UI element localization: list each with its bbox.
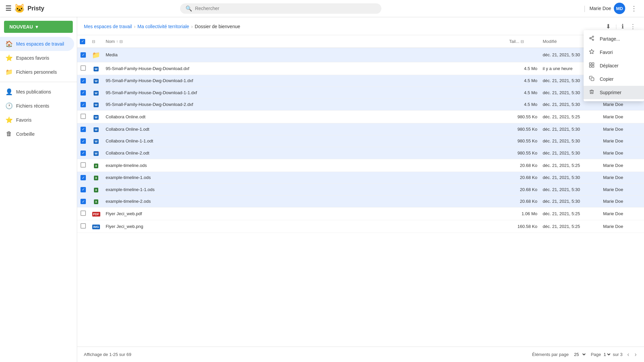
menu-icon[interactable]: ☰ bbox=[5, 4, 11, 12]
name-sort-asc-icon[interactable]: ↑ bbox=[116, 39, 118, 44]
row-checkbox-12[interactable]: ✓ bbox=[80, 187, 86, 192]
separator: | bbox=[584, 5, 585, 12]
file-name-7: Collabora Online-1.odt bbox=[103, 123, 506, 135]
row-checkbox-8[interactable]: ✓ bbox=[80, 138, 86, 144]
file-size-1 bbox=[506, 48, 540, 62]
row-checkbox-4[interactable]: ✓ bbox=[80, 90, 86, 96]
svg-point-2 bbox=[592, 39, 594, 41]
prev-page-button[interactable]: ‹ bbox=[627, 350, 630, 359]
row-checkbox-5[interactable]: ✓ bbox=[80, 102, 86, 107]
copy-icon bbox=[589, 76, 596, 82]
sidebar-item-fichiers-personnels[interactable]: 📁 Fichiers personnels bbox=[0, 65, 74, 79]
table-row[interactable]: ✓ W 95-Small-Family-House-Dwg-Download-1… bbox=[77, 75, 644, 87]
row-checkbox-1[interactable]: ✓ bbox=[80, 52, 86, 58]
more-options-button[interactable]: ⋮ bbox=[629, 3, 639, 14]
mes-publications-icon: 👤 bbox=[5, 88, 13, 96]
context-menu-partager[interactable]: Partage... bbox=[584, 32, 644, 46]
table-row[interactable]: W 95-Small-Family-House-Dwg-Download.dxf… bbox=[77, 62, 644, 75]
app-logo: ☰ 🐱 Pristy bbox=[5, 3, 79, 14]
items-per-page-select[interactable]: 25 50 100 bbox=[573, 352, 587, 357]
context-menu-deplacer[interactable]: Déplacer bbox=[584, 59, 644, 72]
row-checkbox-2[interactable] bbox=[80, 65, 86, 71]
row-checkbox-11[interactable]: ✓ bbox=[80, 175, 86, 180]
odt-icon: W bbox=[94, 127, 99, 132]
sidebar-item-mes-espaces[interactable]: 🏠 Mes espaces de travail bbox=[0, 37, 74, 51]
row-checkbox-6[interactable] bbox=[80, 114, 86, 119]
svg-rect-9 bbox=[592, 65, 594, 67]
header-size-label: Tail... bbox=[509, 39, 519, 44]
table-row[interactable]: ✓ W 95-Small-Family-House-Dwg-Download-1… bbox=[77, 87, 644, 99]
table-row[interactable]: ✓ W Collabora Online-1-1.odt 980.55 Ko d… bbox=[77, 135, 644, 147]
table-row[interactable]: X example-timeline.ods 20.68 Ko déc. 21,… bbox=[77, 159, 644, 172]
folder-icon: 📁 bbox=[92, 51, 100, 59]
row-checkbox-10[interactable] bbox=[80, 162, 86, 168]
ods-icon: X bbox=[94, 188, 98, 192]
breadcrumb-current: Dossier de bienvenue bbox=[195, 24, 240, 29]
row-checkbox-3[interactable]: ✓ bbox=[80, 78, 86, 83]
file-author-7: Marie Doe bbox=[600, 123, 644, 135]
sidebar-item-mes-publications[interactable]: 👤 Mes publications bbox=[0, 85, 74, 99]
size-sort-icon[interactable]: ⊟ bbox=[521, 39, 524, 44]
file-name-8: Collabora Online-1-1.odt bbox=[103, 135, 506, 147]
file-modified-9: déc. 21, 2021, 5:30 bbox=[540, 147, 600, 159]
sidebar-item-fichiers-recents[interactable]: 🕐 Fichiers récents bbox=[0, 99, 74, 113]
favori-label: Favori bbox=[600, 50, 613, 55]
file-size-4: 4.5 Mo bbox=[506, 87, 540, 99]
fichiers-recents-icon: 🕐 bbox=[5, 102, 13, 110]
sidebar-item-favoris[interactable]: ⭐ Favoris bbox=[0, 113, 74, 127]
row-checkbox-15[interactable] bbox=[80, 223, 86, 229]
file-name-12: example-timeline-1-1.ods bbox=[103, 184, 506, 196]
file-author-14: Marie Doe bbox=[600, 207, 644, 220]
header-name-label: Nom bbox=[106, 39, 115, 44]
filter-icon[interactable]: ⊟ bbox=[92, 39, 95, 44]
espaces-favoris-icon: ⭐ bbox=[5, 54, 13, 62]
odt-icon: W bbox=[94, 151, 99, 156]
page-label: Page bbox=[591, 352, 601, 357]
sidebar-item-label: Espaces favoris bbox=[16, 55, 49, 61]
context-menu-supprimer[interactable]: Supprimer bbox=[584, 86, 644, 99]
sidebar-item-corbeille[interactable]: 🗑 Corbeille bbox=[0, 127, 74, 141]
name-filter-icon[interactable]: ⊟ bbox=[119, 39, 123, 44]
row-checkbox-14[interactable] bbox=[80, 210, 86, 216]
select-all-checkbox[interactable]: ✓ bbox=[80, 39, 85, 44]
file-name-11: example-timeline-1.ods bbox=[103, 172, 506, 184]
table-row[interactable]: ✓ 📁 Media déc. 21, 2021, 5:30 bbox=[77, 48, 644, 62]
file-name-10: example-timeline.ods bbox=[103, 159, 506, 172]
page-info: Page 1 2 3 sur 3 bbox=[591, 352, 623, 357]
breadcrumb-link-0[interactable]: Mes espaces de travail bbox=[84, 24, 132, 29]
header-filter: ⊟ bbox=[89, 35, 103, 48]
row-checkbox-13[interactable]: ✓ bbox=[80, 199, 86, 204]
table-row[interactable]: W Collabora Online.odt 980.55 Ko déc. 21… bbox=[77, 111, 644, 123]
table-row[interactable]: ✓ W 95-Small-Family-House-Dwg-Download-2… bbox=[77, 99, 644, 111]
file-table-container: ✓ ⊟ Nom ↑ ⊟ Tail... ⊟ bbox=[77, 35, 644, 347]
app-name: Pristy bbox=[28, 5, 44, 12]
table-row[interactable]: PDF Flyer Jeci_web.pdf 1.06 Mo déc. 21, … bbox=[77, 207, 644, 220]
table-row[interactable]: ✓ X example-timeline-1-1.ods 20.68 Ko dé… bbox=[77, 184, 644, 196]
breadcrumb-link-1[interactable]: Ma collectivité territoriale bbox=[138, 24, 189, 29]
context-menu-favori[interactable]: Favori bbox=[584, 46, 644, 59]
table-row[interactable]: ✓ W Collabora Online-1.odt 980.55 Ko déc… bbox=[77, 123, 644, 135]
header-size: Tail... ⊟ bbox=[506, 35, 540, 48]
new-button[interactable]: NOUVEAU ▾ bbox=[4, 21, 73, 33]
search-input[interactable] bbox=[195, 6, 376, 11]
sidebar-item-espaces-favoris[interactable]: ⭐ Espaces favoris bbox=[0, 51, 74, 65]
header-modified-label: Modifié bbox=[543, 39, 557, 44]
table-row[interactable]: ✓ X example-timeline-1.ods 20.68 Ko déc.… bbox=[77, 172, 644, 184]
file-size-11: 20.68 Ko bbox=[506, 172, 540, 184]
file-modified-15: déc. 21, 2021, 5:25 bbox=[540, 220, 600, 233]
sidebar-item-label: Fichiers récents bbox=[16, 103, 49, 109]
table-row[interactable]: IMG Flyer Jeci_web.png 160.58 Ko déc. 21… bbox=[77, 220, 644, 233]
dxf-icon: W bbox=[94, 103, 99, 107]
next-page-button[interactable]: › bbox=[634, 350, 637, 359]
sidebar-item-label: Favoris bbox=[16, 117, 32, 123]
page-select[interactable]: 1 2 3 bbox=[602, 352, 611, 357]
table-row[interactable]: ✓ X example-timeline-2.ods 20.68 Ko déc.… bbox=[77, 195, 644, 207]
file-size-10: 20.68 Ko bbox=[506, 159, 540, 172]
supprimer-label: Supprimer bbox=[600, 90, 622, 95]
row-checkbox-7[interactable]: ✓ bbox=[80, 127, 86, 132]
context-menu-copier[interactable]: Copier bbox=[584, 72, 644, 86]
odt-icon: W bbox=[94, 139, 99, 144]
table-row[interactable]: ✓ W Collabora Online-2.odt 980.55 Ko déc… bbox=[77, 147, 644, 159]
row-checkbox-9[interactable]: ✓ bbox=[80, 150, 86, 156]
file-author-11: Marie Doe bbox=[600, 172, 644, 184]
